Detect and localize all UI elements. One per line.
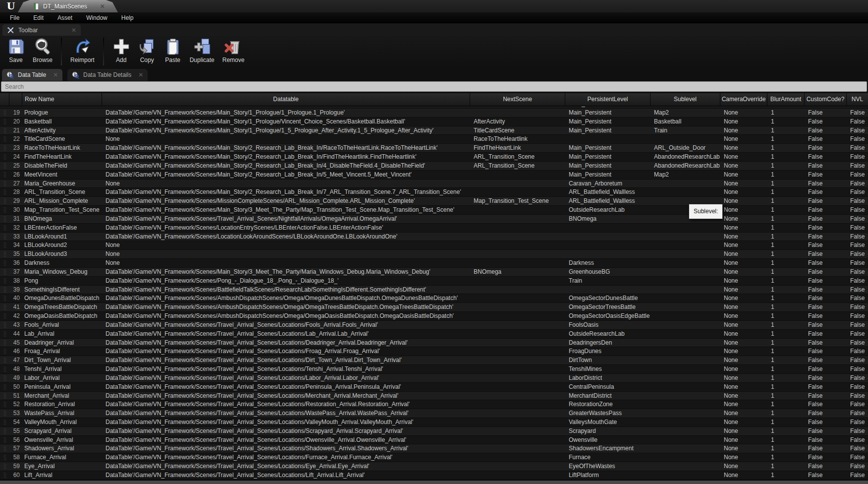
sublevel-cell[interactable] [650, 427, 720, 436]
persistentlevel-cell[interactable]: Main_Persistent [565, 162, 650, 171]
row-drag-handle-icon[interactable] [0, 471, 9, 480]
row-drag-handle-icon[interactable] [0, 162, 9, 171]
datatable-cell[interactable]: None [102, 135, 470, 144]
persistentlevel-cell[interactable]: OutsideResearchLab [565, 330, 650, 339]
persistentlevel-cell[interactable]: Main_Persistent [565, 144, 650, 153]
sublevel-cell[interactable] [650, 268, 720, 277]
table-row[interactable]: 45 Deadringer_Arrival DataTable'/Game/VN… [0, 339, 868, 348]
nextscene-cell[interactable]: ARL_Transition_Scene [470, 153, 565, 162]
sublevel-cell[interactable] [650, 462, 720, 471]
nvl-cell[interactable]: False [846, 400, 868, 409]
row-drag-handle-icon[interactable] [0, 180, 9, 188]
customcode-cell[interactable]: False [804, 444, 846, 453]
bluramount-cell[interactable]: 1 [767, 418, 804, 427]
row-name-cell[interactable]: Lift_Arrival [22, 471, 102, 480]
column-header-row-name[interactable]: Row Name [22, 93, 102, 106]
persistentlevel-cell[interactable]: GreenhouseBG [565, 268, 650, 277]
bluramount-cell[interactable]: 1 [767, 135, 804, 144]
sublevel-cell[interactable] [650, 180, 720, 188]
persistentlevel-cell[interactable]: OutsideResearchLab [565, 206, 650, 215]
sublevel-cell[interactable] [650, 374, 720, 383]
datatable-cell[interactable]: None [102, 250, 470, 259]
sublevel-cell[interactable] [650, 383, 720, 392]
bluramount-cell[interactable]: 1 [767, 259, 804, 268]
bluramount-cell[interactable]: 1 [767, 312, 804, 321]
table-row[interactable]: 29 ARL_Mission_Complete DataTable'/Game/… [0, 197, 868, 206]
persistentlevel-cell[interactable]: Main_Persistent [565, 171, 650, 180]
row-name-cell[interactable]: Tenshi_Arrival [22, 365, 102, 374]
row-name-cell[interactable]: Deadringer_Arrival [22, 339, 102, 348]
table-row[interactable]: 49 Labor_Arrival DataTable'/Game/VN_Fram… [0, 374, 868, 383]
paste-button[interactable]: Paste [160, 37, 186, 64]
customcode-cell[interactable]: False [804, 153, 846, 162]
nvl-cell[interactable]: False [846, 162, 868, 171]
nextscene-cell[interactable] [470, 427, 565, 436]
nextscene-cell[interactable] [470, 444, 565, 453]
cameraoverride-cell[interactable]: None [720, 303, 767, 312]
cameraoverride-cell[interactable]: None [720, 436, 767, 445]
datatable-cell[interactable]: DataTable'/Game/VN_Framework/Scenes/Trav… [102, 444, 470, 453]
cameraoverride-cell[interactable]: None [720, 188, 767, 197]
customcode-cell[interactable]: False [804, 418, 846, 427]
table-row[interactable]: 53 WastePass_Arrival DataTable'/Game/VN_… [0, 409, 868, 418]
row-name-cell[interactable]: OmegaTreesBattleDispatch [22, 303, 102, 312]
sublevel-cell[interactable]: AbandonedResearchLab [650, 153, 720, 162]
customcode-cell[interactable]: False [804, 453, 846, 462]
tab-data-table-details[interactable]: Data Table Details [67, 69, 148, 81]
customcode-cell[interactable]: False [804, 250, 846, 259]
sublevel-cell[interactable]: Train [650, 126, 720, 135]
table-row[interactable]: 41 OmegaTreesBattleDispatch DataTable'/G… [0, 303, 868, 312]
row-drag-handle-icon[interactable] [0, 356, 9, 365]
persistentlevel-cell[interactable]: Darkness [565, 259, 650, 268]
sublevel-cell[interactable] [650, 241, 720, 250]
row-name-cell[interactable]: Labor_Arrival [22, 374, 102, 383]
persistentlevel-cell[interactable]: OmegaSectorDunesBattle [565, 294, 650, 303]
cameraoverride-cell[interactable]: None [720, 206, 767, 215]
customcode-cell[interactable]: False [804, 427, 846, 436]
menu-item-edit[interactable]: Edit [26, 12, 51, 23]
row-name-cell[interactable]: TitleCardScene [22, 135, 102, 144]
nextscene-cell[interactable] [470, 277, 565, 286]
datatable-cell[interactable]: DataTable'/Game/VN_Framework/Scenes/Ambu… [102, 312, 470, 321]
nextscene-cell[interactable]: RaceToTheHeartlink [470, 135, 565, 144]
datatable-cell[interactable]: DataTable'/Game/VN_Framework/Scenes/Trav… [102, 215, 470, 224]
persistentlevel-cell[interactable]: OmegaSectorTreesBattle [565, 303, 650, 312]
sublevel-cell[interactable] [650, 436, 720, 445]
cameraoverride-cell[interactable]: None [720, 427, 767, 436]
persistentlevel-cell[interactable]: LaborDistrict [565, 374, 650, 383]
persistentlevel-cell[interactable]: GreaterWastesPass [565, 409, 650, 418]
nvl-cell[interactable]: False [846, 171, 868, 180]
persistentlevel-cell[interactable]: RestorationZone [565, 400, 650, 409]
nvl-cell[interactable]: False [846, 233, 868, 242]
sublevel-cell[interactable] [650, 339, 720, 348]
datatable-cell[interactable]: DataTable'/Game/VN_Framework/Scenes/Main… [102, 118, 470, 126]
bluramount-cell[interactable]: 1 [767, 197, 804, 206]
table-row[interactable]: 51 Merchant_Arrival DataTable'/Game/VN_F… [0, 392, 868, 401]
nextscene-cell[interactable] [470, 339, 565, 348]
customcode-cell[interactable]: False [804, 392, 846, 401]
sublevel-cell[interactable] [650, 188, 720, 197]
row-name-cell[interactable]: Dirt_Town_Arrival [22, 356, 102, 365]
table-row[interactable]: 33 LBLookAround1 DataTable'/Game/VN_Fram… [0, 233, 868, 242]
add-button[interactable]: Add [108, 37, 134, 64]
table-row[interactable]: 42 OmegaOasisBattleDispatch DataTable'/G… [0, 312, 868, 321]
cameraoverride-cell[interactable]: None [720, 180, 767, 188]
row-name-cell[interactable]: Furnace_Arrival [22, 453, 102, 462]
bluramount-cell[interactable]: 1 [767, 383, 804, 392]
bluramount-cell[interactable]: 1 [767, 436, 804, 445]
cameraoverride-cell[interactable]: None [720, 277, 767, 286]
sublevel-cell[interactable] [650, 321, 720, 330]
sublevel-cell[interactable]: AbandonedResearchLab [650, 162, 720, 171]
row-name-cell[interactable]: OmegaOasisBattleDispatch [22, 312, 102, 321]
nvl-cell[interactable]: False [846, 294, 868, 303]
nextscene-cell[interactable] [470, 180, 565, 188]
datatable-cell[interactable]: DataTable'/Game/VN_Framework/Scenes/Trav… [102, 400, 470, 409]
sublevel-cell[interactable] [650, 312, 720, 321]
cameraoverride-cell[interactable]: None [720, 153, 767, 162]
row-name-cell[interactable]: LBEnterActionFalse [22, 224, 102, 233]
persistentlevel-cell[interactable]: Owensville [565, 436, 650, 445]
table-row[interactable]: 27 Maria_Greenhouse None Caravan_Arboret… [0, 180, 868, 188]
customcode-cell[interactable]: False [804, 339, 846, 348]
bluramount-cell[interactable]: 1 [767, 286, 804, 295]
nvl-cell[interactable]: False [846, 356, 868, 365]
